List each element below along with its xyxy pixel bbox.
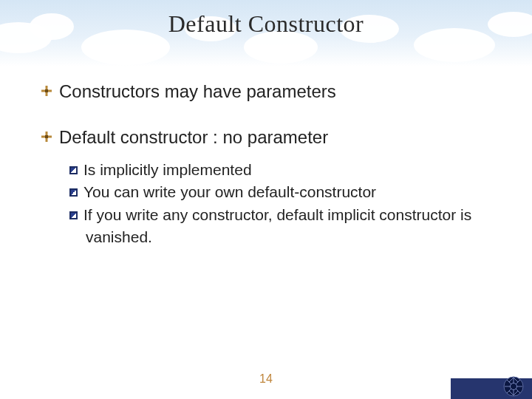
institution-emblem-icon <box>502 375 525 398</box>
sub-bullet-icon <box>69 188 78 197</box>
sub-bullet-item: You can write your own default-construct… <box>69 181 502 203</box>
bullet-text: Constructors may have parameters <box>59 81 336 101</box>
sub-bullet-item: Is implicitly implemented <box>69 159 502 181</box>
svg-rect-5 <box>45 135 48 138</box>
svg-point-15 <box>511 383 517 390</box>
svg-rect-2 <box>45 89 48 92</box>
sub-bullet-text: Is implicitly implemented <box>83 161 252 178</box>
sub-bullet-group: Is implicitly implemented You can write … <box>69 159 502 249</box>
bullet-icon <box>41 86 52 96</box>
slide-title: Default Constructor <box>0 10 532 38</box>
slide-footer: 14 <box>0 374 532 399</box>
sub-bullet-item: If you write any constructor, default im… <box>69 204 502 249</box>
bullet-item: Default constructor : no parameter <box>41 126 502 149</box>
sub-bullet-icon <box>69 166 78 174</box>
bullet-item: Constructors may have parameters <box>41 80 502 103</box>
sub-bullet-text: You can write your own default-construct… <box>83 183 376 200</box>
bullet-icon <box>41 132 52 142</box>
slide-content: Constructors may have parameters Default… <box>41 80 502 271</box>
slide: Default Constructor Constructors may hav… <box>0 0 532 399</box>
bullet-text: Default constructor : no parameter <box>59 127 328 147</box>
sub-bullet-text: If you write any constructor, default im… <box>83 206 471 245</box>
sub-bullet-icon <box>69 211 78 219</box>
